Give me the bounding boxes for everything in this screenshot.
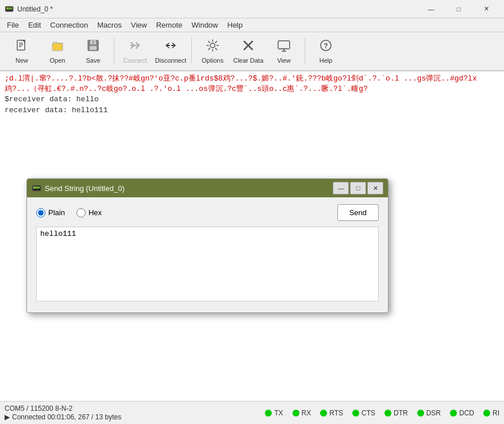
dialog-options: Plain Hex Send	[36, 204, 379, 221]
options-button[interactable]: Options	[195, 34, 230, 68]
minimize-button[interactable]: —	[418, 0, 444, 18]
svg-rect-4	[52, 43, 63, 51]
tx-label: TX	[274, 409, 283, 417]
svg-rect-7	[90, 46, 97, 50]
status-arrow: ▶	[5, 413, 10, 421]
dcd-indicator: DCD	[450, 409, 474, 417]
dcd-label: DCD	[459, 409, 474, 417]
dialog-title-bar: 📟 Send String (Untitled_0) — □ ✕	[27, 179, 388, 197]
hex-radio[interactable]	[76, 208, 86, 217]
save-button[interactable]: Save	[76, 34, 110, 68]
menu-bar: File Edit Connection Macros View Remote …	[0, 18, 504, 32]
radio-group: Plain Hex	[36, 208, 337, 217]
session-info: Connected 00:01:06, 267 / 13 bytes	[12, 413, 121, 421]
send-button[interactable]: Send	[337, 204, 379, 221]
menu-connection[interactable]: Connection	[45, 20, 93, 30]
terminal-line: receiver data: hello111	[5, 105, 499, 116]
connect-icon	[128, 39, 142, 55]
connection-status: COM5 / 115200 8-N-2	[5, 404, 265, 412]
dialog-title: Send String (Untitled_0)	[45, 184, 333, 193]
ri-indicator: RI	[483, 409, 499, 417]
close-button[interactable]: ✕	[473, 0, 499, 18]
view-button[interactable]: View	[267, 34, 301, 68]
separator-3	[305, 37, 305, 65]
dialog-minimize-button[interactable]: —	[333, 182, 349, 194]
clear-data-icon	[241, 39, 255, 55]
dtr-indicator: DTR	[384, 409, 408, 417]
options-icon	[206, 39, 220, 55]
dsr-indicator: DSR	[417, 409, 441, 417]
dialog-controls: — □ ✕	[333, 182, 383, 194]
plain-radio-label[interactable]: Plain	[36, 208, 65, 217]
dsr-label: DSR	[426, 409, 441, 417]
new-label: New	[16, 57, 28, 64]
view-label: View	[277, 57, 291, 64]
session-status: ▶ Connected 00:01:06, 267 / 13 bytes	[5, 413, 265, 421]
new-button[interactable]: New	[5, 34, 39, 68]
rx-indicator: RX	[293, 409, 311, 417]
connect-button[interactable]: Connect	[118, 34, 152, 68]
toolbar: New Open Save Connect	[0, 32, 504, 71]
menu-help[interactable]: Help	[223, 20, 248, 30]
ri-led	[483, 410, 490, 417]
disconnect-button[interactable]: Disconnect	[153, 34, 188, 68]
help-icon: ?	[319, 39, 333, 55]
plain-radio[interactable]	[36, 208, 45, 217]
connect-label: Connect	[124, 57, 147, 64]
disconnect-label: Disconnect	[155, 57, 186, 64]
hex-radio-label[interactable]: Hex	[76, 208, 102, 217]
ri-label: RI	[493, 409, 499, 417]
svg-rect-12	[278, 41, 290, 49]
connection-info: COM5 / 115200 8-N-2	[5, 404, 72, 412]
title-bar: 📟 Untitled_0 * — □ ✕	[0, 0, 504, 18]
app-icon: 📟	[5, 5, 14, 14]
terminal-line: ;d.l渭|.窜?....?.l?b<散.?抹??#岐gn?'o亚?c.p番lr…	[5, 74, 499, 94]
dcd-led	[450, 410, 457, 417]
status-left: COM5 / 115200 8-N-2 ▶ Connected 00:01:06…	[5, 404, 265, 421]
hex-radio-text: Hex	[89, 208, 102, 217]
dsr-led	[417, 410, 424, 417]
cts-label: CTS	[361, 409, 375, 417]
dialog-maximize-button[interactable]: □	[350, 182, 366, 194]
clear-data-label: Clear Data	[233, 57, 264, 64]
svg-rect-8	[93, 41, 94, 44]
status-bar: COM5 / 115200 8-N-2 ▶ Connected 00:01:06…	[0, 401, 504, 424]
maximize-button[interactable]: □	[445, 0, 472, 18]
menu-window[interactable]: Window	[187, 20, 222, 30]
save-label: Save	[86, 57, 100, 64]
options-label: Options	[202, 57, 224, 64]
help-button[interactable]: ? Help	[309, 34, 343, 68]
open-button[interactable]: Open	[40, 34, 75, 68]
menu-view[interactable]: View	[126, 20, 152, 30]
plain-radio-text: Plain	[48, 208, 65, 217]
svg-text:?: ?	[324, 42, 328, 50]
menu-remote[interactable]: Remote	[152, 20, 187, 30]
send-string-textarea[interactable]: hello111	[36, 227, 379, 301]
open-label: Open	[50, 57, 66, 64]
send-string-dialog: 📟 Send String (Untitled_0) — □ ✕ Plain H…	[26, 178, 388, 313]
save-icon	[86, 39, 100, 55]
separator-1	[114, 37, 114, 65]
dialog-icon: 📟	[32, 184, 41, 193]
help-label: Help	[320, 57, 333, 64]
dialog-close-button[interactable]: ✕	[367, 182, 383, 194]
tx-led	[265, 410, 272, 417]
clear-data-button[interactable]: Clear Data	[231, 34, 266, 68]
cts-led	[352, 410, 359, 417]
rts-indicator: RTS	[320, 409, 343, 417]
dtr-led	[384, 410, 391, 417]
dtr-label: DTR	[394, 409, 408, 417]
tx-indicator: TX	[265, 409, 283, 417]
svg-point-9	[210, 43, 215, 48]
rts-led	[320, 410, 327, 417]
window-title: Untitled_0 *	[17, 5, 418, 13]
rx-led	[293, 410, 299, 417]
menu-edit[interactable]: Edit	[24, 20, 45, 30]
menu-macros[interactable]: Macros	[93, 20, 126, 30]
new-icon	[15, 39, 29, 55]
open-icon	[51, 39, 64, 55]
terminal-line: $receiver data: hello	[5, 94, 499, 105]
rts-label: RTS	[329, 409, 343, 417]
dialog-body: Plain Hex Send hello111	[27, 197, 388, 312]
menu-file[interactable]: File	[2, 20, 24, 30]
